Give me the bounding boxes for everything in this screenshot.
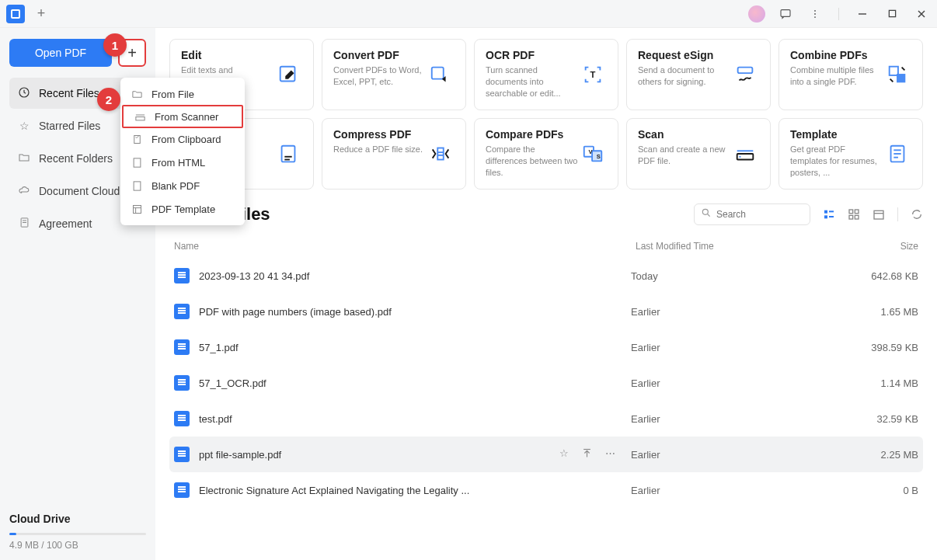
card-desc: Send a document to others for signing. <box>638 64 731 88</box>
svg-rect-40 <box>829 216 834 217</box>
blank-icon <box>131 180 144 192</box>
clipboard-icon <box>131 134 144 145</box>
file-row[interactable]: PDF with page numbers (image based).pdf … <box>169 294 923 329</box>
card-convert[interactable]: Convert PDFConvert PDFs to Word, Excel, … <box>322 39 466 110</box>
dd-label: Blank PDF <box>152 180 200 192</box>
window-minimize-button[interactable] <box>853 5 872 23</box>
file-row[interactable]: Electronic Signature Act Explained Navig… <box>169 472 923 508</box>
cloud-usage-bar <box>9 533 146 535</box>
view-grid-button[interactable] <box>848 208 860 221</box>
cloud-drive-title: Cloud Drive <box>9 513 146 525</box>
file-size: 642.68 KB <box>833 270 918 282</box>
sidebar-item-label: Recent Folders <box>39 152 113 165</box>
dd-from-clipboard[interactable]: From Clipboard <box>120 127 245 151</box>
new-tab-button[interactable]: + <box>31 4 51 24</box>
sidebar-item-label: Recent Files <box>39 87 99 99</box>
cloud-usage-text: 4.9 MB / 100 GB <box>9 540 146 551</box>
open-pdf-button[interactable]: Open PDF <box>9 39 112 67</box>
dd-label: From File <box>152 89 194 100</box>
card-title: Scan <box>638 128 731 141</box>
kebab-menu-icon[interactable] <box>806 5 824 23</box>
svg-line-36 <box>708 214 710 217</box>
card-ocr[interactable]: OCR PDFTurn scanned documents into searc… <box>474 39 618 110</box>
card-title: Template <box>790 128 883 141</box>
svg-rect-64 <box>134 158 141 166</box>
file-size: 1.65 MB <box>833 306 918 318</box>
titlebar: + <box>0 0 937 28</box>
card-desc: Compare the differences between two file… <box>486 144 579 179</box>
file-size: 32.59 KB <box>833 413 918 425</box>
svg-rect-38 <box>824 215 827 218</box>
html-icon <box>131 157 144 169</box>
svg-rect-45 <box>874 210 883 219</box>
file-row[interactable]: test.pdf ☆ ⋯ Earlier 32.59 KB <box>169 401 923 437</box>
refresh-button[interactable] <box>911 208 923 221</box>
file-row[interactable]: 2023-09-13 20 41 34.pdf ☆ ⋯ Today 642.68… <box>169 258 923 294</box>
view-list-button[interactable] <box>823 208 835 221</box>
card-title: Convert PDF <box>333 49 427 61</box>
dd-from-scanner[interactable]: From Scanner <box>122 105 243 128</box>
card-desc: Edit texts and <box>181 64 274 76</box>
file-size: 2.25 MB <box>833 449 918 461</box>
file-time: Today <box>631 270 833 282</box>
card-title: OCR PDF <box>486 49 579 61</box>
file-name: test.pdf <box>199 413 631 425</box>
svg-point-30 <box>739 156 740 158</box>
file-row[interactable]: ppt file-sample.pdf ☆ ⋯ Earlier 2.25 MB <box>169 437 923 472</box>
file-time: Earlier <box>631 449 833 461</box>
svg-rect-17 <box>897 74 905 82</box>
search-icon <box>701 207 712 221</box>
quick-action-cards: EditEdit texts and Convert PDFConvert PD… <box>169 39 923 190</box>
card-scan[interactable]: ScanScan and create a new PDF file. <box>626 118 771 190</box>
svg-rect-63 <box>134 135 141 143</box>
card-desc: Combine multiple files into a single PDF… <box>790 64 883 88</box>
svg-rect-37 <box>824 210 827 214</box>
card-compare[interactable]: Compare PDFsCompare the differences betw… <box>474 118 618 190</box>
pdf-file-icon <box>174 447 190 462</box>
card-desc: Scan and create a new PDF file. <box>638 144 731 167</box>
dd-from-file[interactable]: From File <box>120 82 245 106</box>
svg-rect-65 <box>134 181 141 190</box>
user-avatar-icon[interactable] <box>748 5 765 23</box>
window-close-button[interactable] <box>912 5 931 23</box>
file-name: Electronic Signature Act Explained Navig… <box>199 485 631 496</box>
sidebar-item-label: Starred Files <box>39 120 100 132</box>
scanner-icon <box>134 111 147 123</box>
col-size: Size <box>838 241 923 252</box>
card-template[interactable]: TemplateGet great PDF templates for resu… <box>779 118 923 190</box>
card-combine[interactable]: Combine PDFsCombine multiple files into … <box>779 39 923 110</box>
divider <box>897 207 898 221</box>
dd-blank-pdf[interactable]: Blank PDF <box>120 174 245 197</box>
window-maximize-button[interactable] <box>883 5 901 23</box>
compress-icon <box>427 128 455 179</box>
search-box[interactable] <box>694 203 810 225</box>
card-compress[interactable]: Compress PDFReduce a PDF file size. <box>322 118 466 190</box>
document-icon <box>17 217 31 231</box>
file-name: 2023-09-13 20 41 34.pdf <box>199 270 631 282</box>
dd-label: From Clipboard <box>152 134 221 145</box>
file-name: 57_1_OCR.pdf <box>199 377 631 389</box>
card-title: Compare PDFs <box>486 128 579 141</box>
star-icon: ☆ <box>17 120 31 132</box>
file-row[interactable]: 57_1_OCR.pdf ☆ ⋯ Earlier 1.14 MB <box>169 365 923 401</box>
main-content: EditEdit texts and Convert PDFConvert PD… <box>155 28 937 560</box>
dd-label: From Scanner <box>155 111 218 123</box>
file-row[interactable]: 57_1.pdf ☆ ⋯ Earlier 398.59 KB <box>169 329 923 365</box>
star-icon[interactable]: ☆ <box>559 447 569 461</box>
dd-pdf-template[interactable]: PDF Template <box>120 197 245 221</box>
search-input[interactable] <box>716 209 803 220</box>
file-name: 57_1.pdf <box>199 342 631 353</box>
file-time: Earlier <box>631 485 833 496</box>
card-esign[interactable]: Request eSignSend a document to others f… <box>626 39 771 110</box>
upload-icon[interactable] <box>581 447 593 461</box>
svg-rect-39 <box>829 210 834 212</box>
dd-from-html[interactable]: From HTML <box>120 151 245 174</box>
pdf-file-icon <box>174 339 190 355</box>
create-pdf-dropdown: From File From Scanner From Clipboard Fr… <box>120 78 245 225</box>
comment-icon[interactable] <box>776 5 795 23</box>
card-title: Compress PDF <box>333 128 427 141</box>
scanner-icon <box>731 128 759 179</box>
dd-label: From HTML <box>152 157 205 169</box>
view-calendar-button[interactable] <box>873 208 885 221</box>
more-icon[interactable]: ⋯ <box>605 447 615 461</box>
